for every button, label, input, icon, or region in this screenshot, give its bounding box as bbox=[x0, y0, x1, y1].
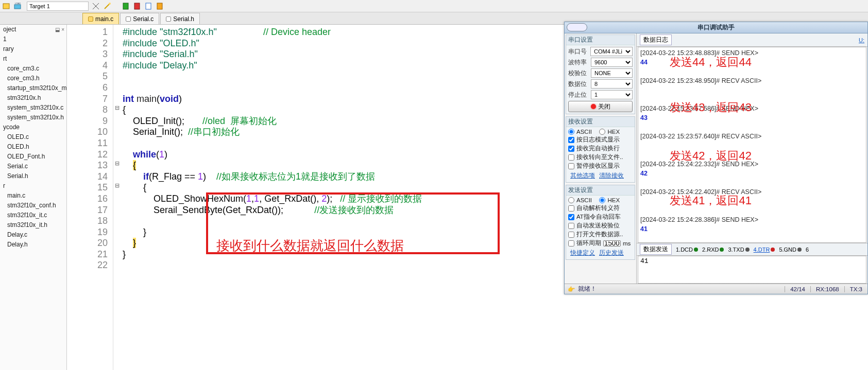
rxd-led: 2.RXD bbox=[702, 246, 724, 253]
code-body[interactable]: #include "stm32f10x.h" // Device header#… bbox=[121, 25, 422, 370]
auto-chksum-check[interactable] bbox=[568, 223, 574, 229]
file-icon bbox=[166, 16, 171, 22]
pin-icon[interactable]: ⬓ × bbox=[55, 27, 64, 32]
check-label: 接收转向至文件.. bbox=[576, 153, 623, 161]
tree-item[interactable]: OLED.h bbox=[0, 142, 66, 152]
tree-item[interactable]: main.c bbox=[0, 191, 66, 201]
status-bar: 👉 就绪！ 42/14 RX:1068 TX:3 bbox=[565, 284, 867, 294]
radio-label: ASCII bbox=[576, 197, 592, 203]
tab-serial-h[interactable]: Serial.h bbox=[160, 13, 200, 24]
other-options-link[interactable]: 其他选项 bbox=[570, 172, 595, 180]
open-file-check[interactable] bbox=[568, 232, 574, 238]
clear-recv-link[interactable]: 清除接收 bbox=[599, 172, 624, 180]
panel-title: 接收设置 bbox=[566, 117, 635, 127]
fold-column[interactable]: ⊟⊟⊟ bbox=[113, 25, 121, 370]
panel-title: 发送设置 bbox=[566, 185, 635, 196]
book-red-icon[interactable] bbox=[133, 2, 141, 10]
title-dropdown-icon[interactable] bbox=[567, 23, 587, 31]
button-label: 关闭 bbox=[598, 102, 610, 111]
unit-label: ms bbox=[623, 240, 631, 246]
tree-item[interactable]: Delay.c bbox=[0, 230, 66, 240]
parity-select[interactable]: NONE bbox=[591, 68, 633, 78]
loop-period-input[interactable] bbox=[603, 240, 621, 246]
history-send-link[interactable]: 历史发送 bbox=[599, 249, 624, 257]
tree-item[interactable]: core_cm3.h bbox=[0, 74, 66, 83]
svg-rect-0 bbox=[3, 4, 9, 9]
send-tab[interactable]: 数据发送 bbox=[640, 244, 672, 255]
close-port-button[interactable]: 关闭 bbox=[568, 101, 633, 112]
radio-label: HEX bbox=[607, 129, 620, 135]
serial-title-bar[interactable]: 串口调试助手 bbox=[565, 22, 867, 33]
shortcut-link[interactable]: 快捷定义 bbox=[570, 249, 595, 257]
svg-rect-5 bbox=[134, 3, 140, 9]
pause-recv-check[interactable] bbox=[568, 163, 574, 169]
log-tab[interactable]: 数据日志 bbox=[640, 34, 672, 45]
recv-to-file-check[interactable] bbox=[568, 154, 574, 161]
databits-select[interactable]: 8 bbox=[591, 79, 633, 89]
svg-rect-1 bbox=[14, 5, 21, 9]
target-combo[interactable] bbox=[27, 2, 89, 11]
log-box[interactable]: [2024-03-22 15:23:48.883]# SEND HEX>44 [… bbox=[638, 47, 866, 243]
recv-hex-radio[interactable] bbox=[599, 129, 605, 135]
book-green-icon[interactable] bbox=[122, 2, 130, 10]
tree-item[interactable]: rary bbox=[0, 44, 66, 54]
tree-item[interactable]: stm32f10x_conf.h bbox=[0, 201, 66, 210]
project-tree[interactable]: ⬓ × oject1raryrtcore_cm3.ccore_cm3.hstar… bbox=[0, 25, 67, 370]
pin6-label: 6 bbox=[806, 246, 809, 253]
tree-item[interactable]: stm32f10x_it.c bbox=[0, 210, 66, 220]
svg-text:LOAD: LOAD bbox=[15, 2, 21, 5]
auto-newline-check[interactable] bbox=[568, 146, 574, 152]
check-label: AT指令自动回车 bbox=[576, 213, 621, 221]
port-select[interactable]: COM4 #JLi bbox=[590, 47, 633, 56]
at-cr-check[interactable] bbox=[568, 214, 574, 220]
tree-item[interactable]: stm32f10x_it.h bbox=[0, 220, 66, 230]
tree-item[interactable]: OLED.c bbox=[0, 132, 66, 142]
tree-item[interactable]: stm32f10x.h bbox=[0, 93, 66, 103]
stopbits-select[interactable]: 1 bbox=[591, 90, 633, 99]
tab-main-c[interactable]: main.c bbox=[82, 13, 119, 24]
tree-item[interactable]: Serial.h bbox=[0, 171, 66, 181]
tree-item[interactable]: startup_stm32f10x_md.s bbox=[0, 83, 66, 93]
book-orange-icon[interactable] bbox=[156, 2, 164, 10]
main-toolbar: LOAD bbox=[0, 0, 868, 12]
u-link[interactable]: U: bbox=[859, 37, 864, 43]
dcd-led: 1.DCD bbox=[676, 246, 698, 253]
recv-ascii-radio[interactable] bbox=[568, 129, 574, 135]
escape-check[interactable] bbox=[568, 205, 574, 212]
tree-item[interactable]: Serial.c bbox=[0, 162, 66, 171]
svg-point-3 bbox=[109, 3, 111, 5]
log-mode-check[interactable] bbox=[568, 137, 574, 143]
tree-item[interactable]: rt bbox=[0, 54, 66, 64]
send-hex-radio[interactable] bbox=[599, 197, 605, 203]
port-settings-panel: 串口设置 串口号COM4 #JLi 波特率9600 校验位NONE 数据位8 停… bbox=[566, 34, 635, 114]
baud-select[interactable]: 9600 bbox=[591, 58, 633, 67]
serial-title: 串口调试助手 bbox=[697, 23, 735, 32]
tree-item[interactable]: core_cm3.c bbox=[0, 64, 66, 74]
tab-label: Serial.c bbox=[133, 15, 154, 23]
port-label: 串口号 bbox=[568, 47, 588, 56]
options-icon[interactable] bbox=[92, 2, 100, 10]
tree-item[interactable]: 1 bbox=[0, 34, 66, 44]
wand-icon[interactable] bbox=[103, 2, 111, 10]
tree-item[interactable]: Delay.h bbox=[0, 240, 66, 250]
svg-rect-7 bbox=[157, 3, 162, 9]
tree-item[interactable]: OLED_Font.h bbox=[0, 152, 66, 162]
serial-assistant-window: 串口调试助手 串口设置 串口号COM4 #JLi 波特率9600 校验位NONE… bbox=[564, 22, 868, 294]
tree-item[interactable]: r bbox=[0, 181, 66, 191]
status-pos: 42/14 bbox=[785, 286, 810, 292]
tab-serial-c[interactable]: Serial.c bbox=[120, 13, 159, 24]
load-icon[interactable]: LOAD bbox=[13, 2, 22, 10]
hand-icon: 👉 bbox=[568, 286, 575, 293]
tab-label: main.c bbox=[95, 15, 113, 23]
build-icon[interactable] bbox=[2, 2, 10, 10]
tab-label: Serial.h bbox=[173, 15, 194, 23]
send-box[interactable]: 41 bbox=[638, 256, 866, 284]
svg-rect-6 bbox=[146, 3, 151, 9]
tree-item[interactable]: system_stm32f10x.c bbox=[0, 103, 66, 113]
check-label: 接收完自动换行 bbox=[576, 145, 620, 152]
send-ascii-radio[interactable] bbox=[568, 197, 574, 203]
loop-check[interactable] bbox=[568, 240, 574, 246]
tree-item[interactable]: ycode bbox=[0, 122, 66, 132]
tree-item[interactable]: system_stm32f10x.h bbox=[0, 113, 66, 122]
book-blue-icon[interactable] bbox=[144, 2, 152, 10]
